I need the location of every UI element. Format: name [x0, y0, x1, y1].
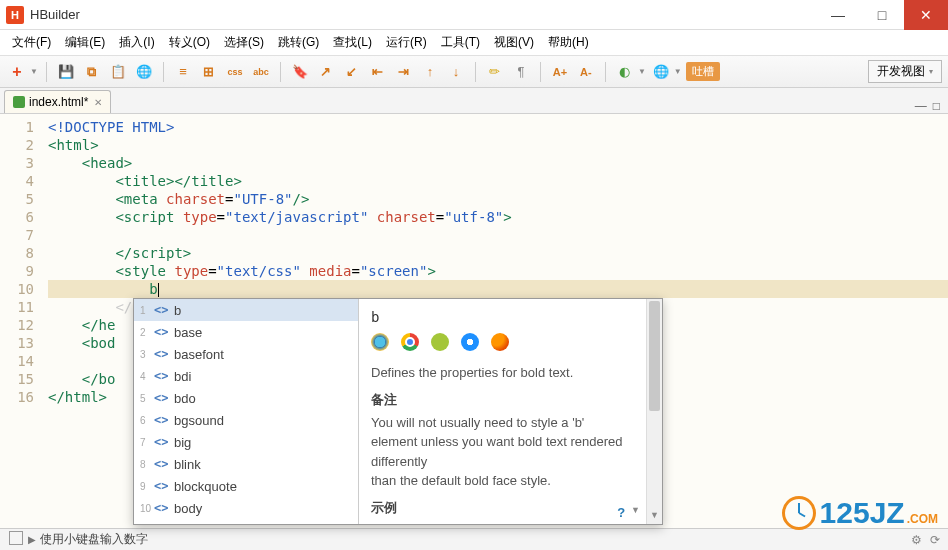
up-icon[interactable]: ↑ [419, 61, 441, 83]
browser-preview-icon[interactable]: 🌐 [133, 61, 155, 83]
new-file-button[interactable]: + [6, 61, 28, 83]
scrollbar-thumb[interactable] [649, 301, 660, 411]
menu-item[interactable]: 编辑(E) [59, 31, 111, 54]
dropdown-caret-icon: ▾ [929, 67, 933, 76]
autocomplete-item[interactable]: 3<>basefont [134, 343, 358, 365]
code-line[interactable]: <!DOCTYPE HTML> [48, 118, 948, 136]
menu-item[interactable]: 帮助(H) [542, 31, 595, 54]
status-bar: ▶ 使用小键盘输入数字 ⚙ ⟳ [0, 528, 948, 550]
dropdown-caret-icon[interactable]: ▼ [674, 67, 682, 76]
title-bar: H HBuilder — □ ✕ [0, 0, 948, 30]
copy-icon[interactable]: ⧉ [81, 61, 103, 83]
export-icon[interactable]: ↗ [315, 61, 337, 83]
menu-item[interactable]: 工具(T) [435, 31, 486, 54]
line-number-gutter: 12345678910111213141516 [0, 114, 48, 540]
menu-item[interactable]: 选择(S) [218, 31, 270, 54]
scroll-down-icon[interactable]: ▼ [647, 510, 662, 524]
grid-icon[interactable]: ⊞ [198, 61, 220, 83]
autocomplete-item[interactable]: 2<>base [134, 321, 358, 343]
tab-close-icon[interactable]: ✕ [94, 97, 102, 108]
autocomplete-item[interactable]: 1<>b [134, 299, 358, 321]
maximize-button[interactable]: □ [860, 0, 904, 30]
dropdown-caret-icon[interactable]: ▼ [631, 505, 640, 520]
font-increase-button[interactable]: A+ [549, 61, 571, 83]
paste-icon[interactable]: 📋 [107, 61, 129, 83]
menu-item[interactable]: 视图(V) [488, 31, 540, 54]
code-line[interactable]: <html> [48, 136, 948, 154]
code-line[interactable]: <script type="text/javascript" charset="… [48, 208, 948, 226]
window-controls: — □ ✕ [816, 0, 948, 30]
code-line[interactable] [48, 226, 948, 244]
menu-item[interactable]: 文件(F) [6, 31, 57, 54]
abc-icon[interactable]: abc [250, 61, 272, 83]
status-run-icon[interactable]: ▶ [24, 534, 40, 545]
status-message: 使用小键盘输入数字 [40, 531, 148, 548]
autocomplete-info-title: b [371, 309, 634, 325]
autocomplete-item[interactable]: 8<>blink [134, 453, 358, 475]
run-browser-icon[interactable]: 🌐 [650, 61, 672, 83]
minimize-button[interactable]: — [816, 0, 860, 30]
indent-right-icon[interactable]: ⇥ [393, 61, 415, 83]
autocomplete-item[interactable]: 7<>big [134, 431, 358, 453]
example-header: 示例 [371, 499, 634, 517]
autocomplete-item[interactable]: 4<>bdi [134, 365, 358, 387]
sync-icon[interactable]: ⟳ [930, 533, 940, 547]
feedback-button[interactable]: 吐槽 [686, 62, 720, 81]
menu-item[interactable]: 运行(R) [380, 31, 433, 54]
remark-header: 备注 [371, 391, 634, 409]
ie-icon [371, 333, 389, 351]
list-icon[interactable]: ≡ [172, 61, 194, 83]
down-icon[interactable]: ↓ [445, 61, 467, 83]
code-line[interactable]: <meta charset="UTF-8"/> [48, 190, 948, 208]
browser-support-icons [371, 333, 634, 351]
view-selector-label: 开发视图 [877, 63, 925, 80]
autocomplete-item[interactable]: 9<>blockquote [134, 475, 358, 497]
watermark-text: 125JZ [820, 496, 905, 530]
menu-bar: 文件(F)编辑(E)插入(I)转义(O)选择(S)跳转(G)查找(L)运行(R)… [0, 30, 948, 56]
firefox-icon [491, 333, 509, 351]
safari-icon [461, 333, 479, 351]
pilcrow-icon[interactable]: ¶ [510, 61, 532, 83]
css-icon[interactable]: css [224, 61, 246, 83]
app-title: HBuilder [30, 7, 80, 22]
bookmark-icon[interactable]: 🔖 [289, 61, 311, 83]
font-decrease-button[interactable]: A- [575, 61, 597, 83]
code-line[interactable]: <title></title> [48, 172, 948, 190]
autocomplete-item[interactable]: 5<>bdo [134, 387, 358, 409]
autocomplete-scrollbar[interactable]: ▲ ▼ [646, 299, 662, 524]
import-icon[interactable]: ↙ [341, 61, 363, 83]
view-selector[interactable]: 开发视图 ▾ [868, 60, 942, 83]
settings-gear-icon[interactable]: ⚙ [911, 533, 922, 547]
indent-left-icon[interactable]: ⇤ [367, 61, 389, 83]
tab-filename: index.html* [29, 95, 88, 109]
dropdown-caret-icon[interactable]: ▼ [638, 67, 646, 76]
clock-icon [782, 496, 816, 530]
restore-panel-icon[interactable]: □ [933, 99, 940, 113]
save-icon[interactable]: 💾 [55, 61, 77, 83]
code-line[interactable]: <style type="text/css" media="screen"> [48, 262, 948, 280]
minimize-panel-icon[interactable]: — [915, 99, 927, 113]
menu-item[interactable]: 插入(I) [113, 31, 160, 54]
code-line[interactable]: b [48, 280, 948, 298]
code-line[interactable]: </script> [48, 244, 948, 262]
theme-icon[interactable]: ◐ [614, 61, 636, 83]
watermark-suffix: .COM [907, 512, 938, 526]
autocomplete-list[interactable]: 1<>b2<>base3<>basefont4<>bdi5<>bdo6<>bgs… [134, 299, 359, 524]
dropdown-caret-icon[interactable]: ▼ [30, 67, 38, 76]
menu-item[interactable]: 转义(O) [163, 31, 216, 54]
close-button[interactable]: ✕ [904, 0, 948, 30]
highlight-icon[interactable]: ✏ [484, 61, 506, 83]
editor-tab[interactable]: index.html* ✕ [4, 90, 111, 113]
panel-toggle-icon[interactable] [8, 531, 24, 548]
code-line[interactable]: <head> [48, 154, 948, 172]
help-icon[interactable]: ? [617, 505, 625, 520]
app-logo: H [6, 6, 24, 24]
autocomplete-item[interactable]: 6<>bgsound [134, 409, 358, 431]
chrome-icon [401, 333, 419, 351]
toolbar: +▼ 💾 ⧉ 📋 🌐 ≡ ⊞ css abc 🔖 ↗ ↙ ⇤ ⇥ ↑ ↓ ✏ ¶… [0, 56, 948, 88]
menu-item[interactable]: 跳转(G) [272, 31, 325, 54]
menu-item[interactable]: 查找(L) [327, 31, 378, 54]
autocomplete-item[interactable]: 10<>body [134, 497, 358, 519]
autocomplete-description: Defines the properties for bold text. [371, 363, 634, 383]
tab-bar: index.html* ✕ — □ [0, 88, 948, 114]
